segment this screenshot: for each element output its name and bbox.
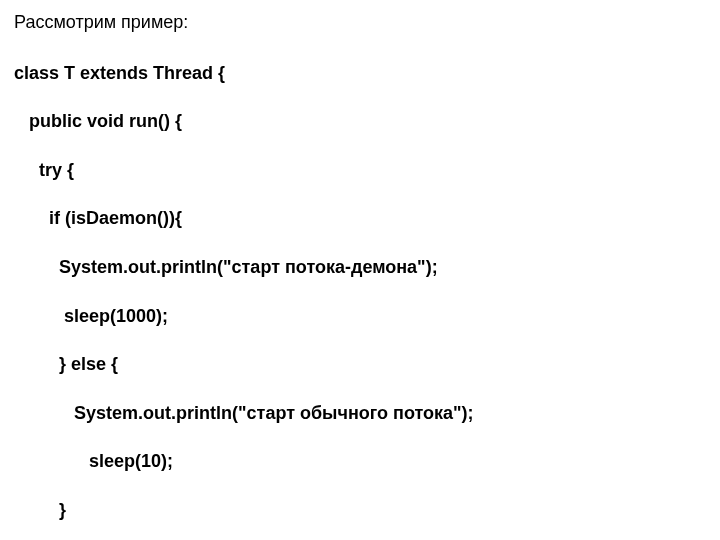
code-line: try { (14, 158, 706, 182)
code-line: } else { (14, 352, 706, 376)
code-line: public void run() { (14, 109, 706, 133)
code-block: class T extends Thread { public void run… (14, 36, 706, 540)
code-line: System.out.println("старт обычного поток… (14, 401, 706, 425)
intro-text: Рассмотрим пример: (14, 10, 706, 34)
code-line: } (14, 498, 706, 522)
code-line: class T extends Thread { (14, 61, 706, 85)
code-line: System.out.println("старт потока-демона"… (14, 255, 706, 279)
code-line: if (isDaemon()){ (14, 206, 706, 230)
code-line: sleep(1000); (14, 304, 706, 328)
code-line: sleep(10); (14, 449, 706, 473)
